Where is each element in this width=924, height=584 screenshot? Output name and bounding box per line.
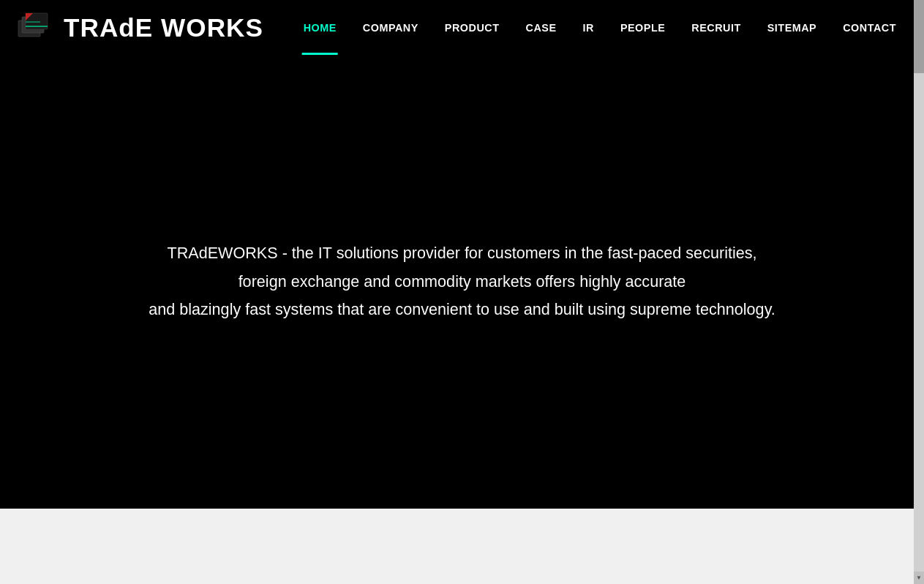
logo-text: TRAdE WORKS xyxy=(64,13,263,42)
scroll-down-arrow[interactable]: ▼ xyxy=(914,572,924,584)
nav-item-ir[interactable]: IR xyxy=(569,0,606,55)
scrollbar-thumb[interactable] xyxy=(914,0,924,73)
bottom-section xyxy=(0,509,924,584)
nav-item-case[interactable]: CASE xyxy=(513,0,570,55)
site-header: TRAdE WORKS HOMECOMPANYPRODUCTCASEIRPEOP… xyxy=(0,0,924,55)
nav-item-contact[interactable]: CONTACT xyxy=(830,0,909,55)
hero-line-1: TRAdEWORKS - the IT solutions provider f… xyxy=(149,239,775,268)
scrollbar[interactable]: ▲ ▼ xyxy=(914,0,924,584)
nav-item-product[interactable]: PRODUCT xyxy=(432,0,513,55)
nav-item-home[interactable]: HOME xyxy=(290,0,350,55)
nav-item-sitemap[interactable]: SITEMAP xyxy=(754,0,830,55)
hero-text-block: TRAdEWORKS - the IT solutions provider f… xyxy=(149,239,775,325)
hero-section: TRAdEWORKS - the IT solutions provider f… xyxy=(0,55,924,509)
nav-item-recruit[interactable]: RECRUIT xyxy=(678,0,754,55)
nav-item-people[interactable]: PEOPLE xyxy=(607,0,678,55)
hero-line-3: and blazingly fast systems that are conv… xyxy=(149,296,775,324)
hero-line-2: foreign exchange and commodity markets o… xyxy=(149,268,775,296)
logo-icon xyxy=(15,7,55,48)
logo-area: TRAdE WORKS xyxy=(15,7,278,48)
main-nav: HOMECOMPANYPRODUCTCASEIRPEOPLERECRUITSIT… xyxy=(278,0,909,55)
nav-item-company[interactable]: COMPANY xyxy=(350,0,432,55)
